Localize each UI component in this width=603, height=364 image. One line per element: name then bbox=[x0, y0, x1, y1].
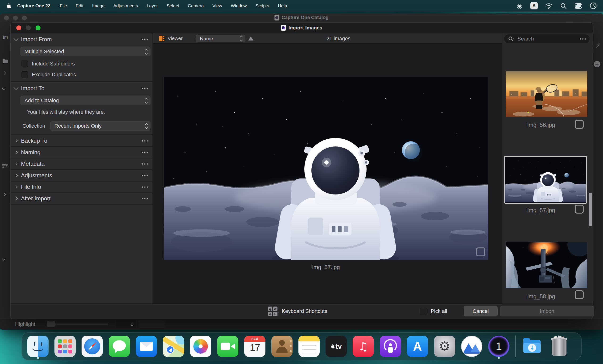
dock-launchpad-icon[interactable] bbox=[55, 336, 76, 357]
menu-item-edit[interactable]: Edit bbox=[76, 3, 83, 9]
import-destination-dropdown[interactable]: Add to Catalog bbox=[21, 96, 151, 105]
menu-item-layer[interactable]: Layer bbox=[147, 3, 158, 9]
stepper-icon[interactable] bbox=[144, 98, 147, 103]
antivirus-spider-icon[interactable] bbox=[516, 2, 523, 10]
section-options-icon[interactable] bbox=[142, 152, 148, 153]
naming-section[interactable]: Naming bbox=[11, 147, 152, 158]
dock-downloads-icon[interactable]: ↓ bbox=[522, 336, 543, 357]
menu-item-view[interactable]: View bbox=[212, 3, 222, 9]
chevron-down-icon[interactable] bbox=[14, 38, 18, 41]
dock-photos-icon[interactable] bbox=[190, 336, 211, 357]
pick-checkbox[interactable] bbox=[575, 120, 584, 129]
thumbnail-img-57-selected[interactable] bbox=[504, 156, 587, 204]
dock-facetime-icon[interactable] bbox=[217, 336, 238, 357]
menu-item-camera[interactable]: Camera bbox=[188, 3, 204, 9]
search-field[interactable] bbox=[504, 34, 590, 43]
pick-checkbox[interactable] bbox=[476, 247, 485, 256]
input-source-indicator[interactable]: A bbox=[530, 2, 538, 10]
section-options-icon[interactable] bbox=[142, 175, 148, 176]
dock-calendar-icon[interactable]: FEB 17 bbox=[244, 336, 266, 357]
menu-item-window[interactable]: Window bbox=[231, 3, 247, 9]
menu-item-image[interactable]: Image bbox=[92, 3, 105, 9]
import-button[interactable]: Import bbox=[500, 306, 594, 316]
thumbnail-img-58[interactable] bbox=[506, 242, 587, 288]
keyboard-shortcuts-label[interactable]: Keyboard Shortcuts bbox=[282, 308, 327, 314]
wifi-icon[interactable] bbox=[545, 2, 553, 10]
sort-ascending-icon[interactable] bbox=[248, 36, 253, 41]
section-options-icon[interactable] bbox=[142, 140, 148, 142]
pick-checkbox[interactable] bbox=[575, 290, 584, 299]
menu-app-name[interactable]: Capture One 22 bbox=[17, 3, 50, 9]
zoom-button[interactable] bbox=[22, 16, 27, 21]
pick-checkbox[interactable] bbox=[575, 205, 584, 214]
cancel-button[interactable]: Cancel bbox=[464, 306, 498, 316]
adjustments-section[interactable]: Adjustments bbox=[11, 170, 152, 182]
main-preview-image[interactable] bbox=[164, 77, 488, 260]
chevron-down-icon[interactable] bbox=[2, 87, 5, 90]
thumbnail-img-56[interactable] bbox=[506, 71, 587, 117]
menu-item-scripts[interactable]: Scripts bbox=[255, 3, 269, 9]
close-button[interactable] bbox=[16, 25, 21, 30]
stepper-icon[interactable] bbox=[239, 36, 242, 41]
dock-finder-icon[interactable] bbox=[27, 336, 48, 357]
adjustment-field[interactable] bbox=[139, 320, 164, 328]
highlight-value-field[interactable]: 0 bbox=[116, 320, 136, 328]
metadata-section[interactable]: Metadata bbox=[11, 158, 152, 170]
dock-safari-icon[interactable] bbox=[81, 336, 103, 357]
include-subfolders-checkbox[interactable] bbox=[22, 61, 28, 67]
zoom-button[interactable] bbox=[35, 25, 41, 30]
dock-music-icon[interactable]: ♫ bbox=[353, 336, 374, 357]
section-options-icon[interactable] bbox=[142, 88, 148, 89]
pick-all-checkbox[interactable] bbox=[420, 308, 427, 315]
chevron-down-icon[interactable] bbox=[2, 257, 5, 261]
dock-apple-tv-icon[interactable]: tv bbox=[325, 336, 347, 357]
thumbnail-scrollbar[interactable] bbox=[589, 193, 592, 226]
search-options-icon[interactable] bbox=[580, 38, 586, 40]
dock-peak-app-icon[interactable] bbox=[461, 336, 482, 357]
chevron-right-icon[interactable] bbox=[3, 193, 6, 196]
menu-item-select[interactable]: Select bbox=[167, 3, 179, 9]
dock-notes-icon[interactable] bbox=[298, 336, 320, 357]
menu-item-adjustments[interactable]: Adjustments bbox=[113, 3, 138, 9]
dock-capture-one-icon[interactable]: 1 bbox=[488, 336, 510, 357]
dock-trash-icon[interactable] bbox=[548, 336, 570, 357]
apple-menu-icon[interactable] bbox=[6, 3, 11, 9]
stepper-icon[interactable] bbox=[144, 49, 147, 54]
chevron-right-icon[interactable] bbox=[3, 71, 6, 75]
dock-mail-icon[interactable] bbox=[136, 336, 157, 357]
highlight-slider-handle[interactable] bbox=[47, 321, 55, 327]
section-options-icon[interactable] bbox=[142, 39, 148, 40]
dock-app-store-icon[interactable]: A bbox=[407, 336, 428, 357]
chevron-down-icon[interactable] bbox=[14, 87, 18, 90]
import-source-dropdown[interactable]: Multiple Selected bbox=[21, 47, 151, 56]
close-button[interactable] bbox=[4, 16, 9, 21]
exclude-duplicates-checkbox[interactable] bbox=[22, 71, 28, 78]
menu-item-file[interactable]: File bbox=[60, 3, 67, 9]
dock-maps-icon[interactable] bbox=[163, 336, 184, 357]
dock-podcasts-icon[interactable] bbox=[380, 336, 401, 357]
minimize-button[interactable] bbox=[13, 16, 18, 21]
file-info-section[interactable]: File Info bbox=[11, 182, 152, 193]
folder-icon[interactable] bbox=[3, 60, 8, 63]
stepper-icon[interactable] bbox=[144, 124, 147, 129]
minimize-button[interactable] bbox=[26, 25, 31, 30]
dock-contacts-icon[interactable] bbox=[271, 336, 292, 357]
sort-by-dropdown[interactable]: Name bbox=[196, 35, 245, 42]
control-center-icon[interactable] bbox=[574, 2, 582, 10]
menu-item-help[interactable]: Help bbox=[278, 3, 287, 9]
dock-messages-icon[interactable] bbox=[109, 336, 130, 357]
section-options-icon[interactable] bbox=[142, 187, 148, 188]
highlight-slider-track[interactable] bbox=[47, 323, 108, 325]
after-import-section[interactable]: After Import bbox=[11, 193, 152, 205]
section-options-icon[interactable] bbox=[142, 163, 148, 165]
keyboard-icon[interactable]: Q W A S bbox=[268, 307, 278, 316]
collection-dropdown[interactable]: Recent Imports Only bbox=[50, 121, 151, 131]
spotlight-search-icon[interactable] bbox=[560, 2, 567, 10]
section-options-icon[interactable] bbox=[142, 198, 148, 199]
adjustments-sliders-icon[interactable] bbox=[2, 163, 8, 167]
viewer-layout-icon[interactable] bbox=[159, 35, 165, 42]
backup-to-section[interactable]: Backup To bbox=[11, 135, 152, 147]
clock-icon[interactable] bbox=[590, 2, 597, 10]
search-input[interactable] bbox=[517, 35, 580, 42]
dock-system-settings-icon[interactable]: ⚙ bbox=[434, 336, 455, 357]
